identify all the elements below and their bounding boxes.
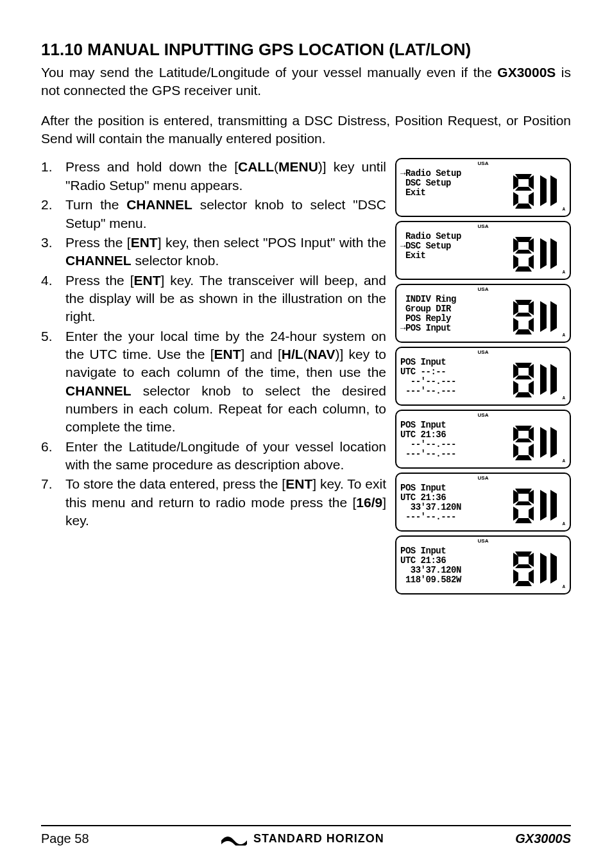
- lcd-text: →Radio Setup DSC Setup Exit: [400, 169, 509, 213]
- lcd-usa-label: USA: [396, 538, 570, 545]
- lcd-text: POS Input UTC 21:36 33'37.120N 118'09.58…: [400, 546, 509, 591]
- lcd-screen: USA POS Input UTC --:-- --'--.--- ---'--…: [395, 347, 571, 406]
- lcd-channel-digits: [512, 295, 566, 339]
- section-heading: 11.10 MANUAL INPUTTING GPS LOCATION (LAT…: [41, 39, 571, 61]
- intro-text: You may send the Latitude/Longitude of y…: [41, 65, 497, 80]
- lcd-channel-digits: [512, 232, 566, 276]
- lcd-screen: USA →Radio Setup DSC Setup Exit A: [395, 158, 571, 217]
- lcd-channel-digits: [512, 358, 566, 402]
- lcd-a-suffix: A: [563, 584, 565, 590]
- step-text: Enter the Latitude/Longitude of your ves…: [65, 438, 386, 474]
- lcd-screen: USA INDIV Ring Group DIR POS Reply →POS …: [395, 284, 571, 343]
- step-text: Press the [ENT] key, then select "POS In…: [65, 234, 386, 270]
- step-item: 7. To store the data entered, press the …: [41, 475, 386, 530]
- lcd-screen: USA POS Input UTC 21:36 33'37.120N 118'0…: [395, 535, 571, 595]
- lcd-channel-digits: [512, 546, 566, 591]
- step-number: 6.: [41, 438, 59, 474]
- intro-paragraph-2: After the position is entered, transmitt…: [41, 112, 571, 148]
- steps-list: 1. Press and hold down the [CALL(MENU)] …: [41, 158, 386, 595]
- lcd-text: INDIV Ring Group DIR POS Reply →POS Inpu…: [400, 295, 509, 339]
- step-text: Press and hold down the [CALL(MENU)] key…: [65, 158, 386, 195]
- page-number: Page 58: [41, 830, 89, 847]
- lcd-channel-digits: [512, 483, 566, 528]
- step-item: 5. Enter the your local time by the 24-h…: [41, 327, 386, 437]
- page-footer: Page 58 STANDARD HORIZON GX3000S: [41, 825, 571, 847]
- brand-logo: STANDARD HORIZON: [220, 831, 384, 846]
- step-number: 5.: [41, 327, 59, 437]
- lcd-text: Radio Setup →DSC Setup Exit: [400, 232, 509, 276]
- lcd-screen: USA POS Input UTC 21:36 --'--.--- ---'--…: [395, 410, 571, 469]
- lcd-channel-digits: [512, 421, 566, 465]
- step-item: 3. Press the [ENT] key, then select "POS…: [41, 234, 386, 270]
- lcd-text: POS Input UTC 21:36 --'--.--- ---'--.---: [400, 421, 509, 465]
- step-text: Press the [ENT] key. The transceiver wil…: [65, 272, 386, 326]
- lcd-a-suffix: A: [563, 395, 565, 401]
- step-number: 2.: [41, 196, 59, 232]
- lcd-screen: USA Radio Setup →DSC Setup Exit A: [395, 221, 571, 280]
- step-number: 1.: [41, 158, 59, 195]
- step-item: 1. Press and hold down the [CALL(MENU)] …: [41, 158, 386, 195]
- lcd-a-suffix: A: [563, 458, 565, 464]
- lcd-usa-label: USA: [396, 412, 570, 419]
- step-text: Turn the CHANNEL selector knob to select…: [65, 196, 386, 232]
- lcd-usa-label: USA: [396, 349, 570, 356]
- lcd-a-suffix: A: [563, 207, 565, 213]
- model-label: GX3000S: [515, 830, 571, 847]
- lcd-text: POS Input UTC 21:36 33'37.120N ---'--.--…: [400, 483, 509, 528]
- step-item: 6. Enter the Latitude/Longitude of your …: [41, 438, 386, 474]
- step-text: Enter the your local time by the 24-hour…: [65, 327, 386, 437]
- model-name: GX3000S: [497, 65, 556, 80]
- step-number: 4.: [41, 272, 59, 326]
- intro-paragraph-1: You may send the Latitude/Longitude of y…: [41, 64, 571, 100]
- lcd-screen: USA POS Input UTC 21:36 33'37.120N ---'-…: [395, 473, 571, 532]
- lcd-usa-label: USA: [396, 161, 570, 168]
- lcd-text: POS Input UTC --:-- --'--.--- ---'--.---: [400, 358, 509, 402]
- lcd-usa-label: USA: [396, 475, 570, 482]
- lcd-channel-digits: [512, 169, 566, 213]
- step-number: 7.: [41, 475, 59, 530]
- step-item: 4. Press the [ENT] key. The transceiver …: [41, 272, 386, 326]
- lcd-a-suffix: A: [563, 333, 565, 338]
- lcd-a-suffix: A: [563, 521, 565, 527]
- brand-wave-icon: [220, 831, 248, 846]
- lcd-illustrations: USA →Radio Setup DSC Setup Exit A USA Ra…: [395, 158, 571, 595]
- step-item: 2. Turn the CHANNEL selector knob to sel…: [41, 196, 386, 232]
- lcd-a-suffix: A: [563, 270, 565, 275]
- step-number: 3.: [41, 234, 59, 270]
- brand-text: STANDARD HORIZON: [253, 831, 384, 846]
- lcd-usa-label: USA: [396, 286, 570, 293]
- lcd-usa-label: USA: [396, 223, 570, 230]
- step-text: To store the data entered, press the [EN…: [65, 475, 386, 530]
